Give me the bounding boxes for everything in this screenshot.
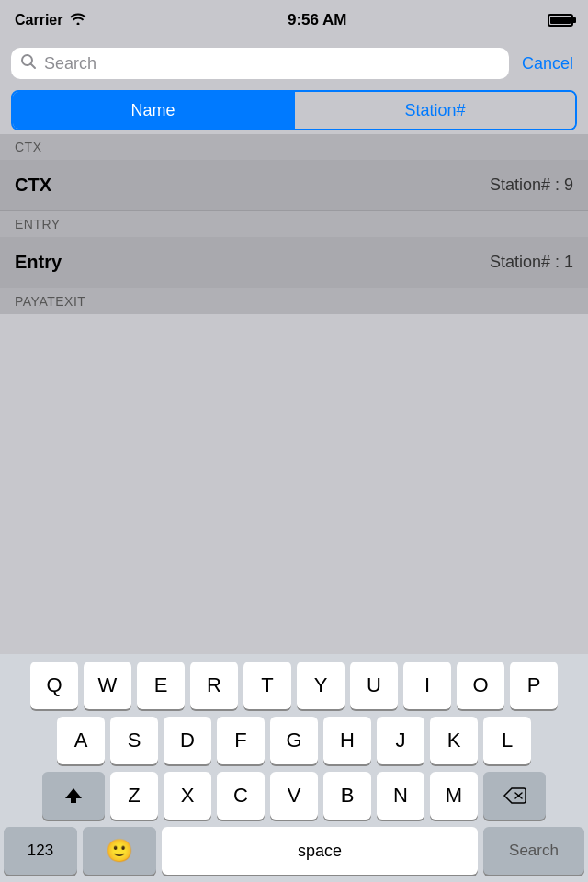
list-item-name-entry: Entry [15,252,62,273]
section-header-entry: ENTRY [0,211,588,237]
key-s[interactable]: S [110,717,158,764]
delete-key[interactable] [483,772,546,820]
key-i[interactable]: I [403,662,451,709]
key-t[interactable]: T [243,662,291,709]
key-g[interactable]: G [270,717,318,764]
cancel-button[interactable]: Cancel [518,54,577,74]
keyboard-row-3: Z X C V B N M [4,772,584,820]
key-o[interactable]: O [457,662,504,709]
keyboard: Q W E R T Y U I O P A S D F G H J K L Z … [0,654,588,882]
section-header-ctx: CTX [0,134,588,160]
key-q[interactable]: Q [30,662,78,709]
list-item-station-entry: Station# : 1 [490,253,573,272]
emoji-key[interactable]: 🙂 [83,827,156,875]
key-y[interactable]: Y [297,662,345,709]
key-d[interactable]: D [164,717,211,764]
keyboard-row-2: A S D F G H J K L [4,717,584,764]
wifi-icon [70,12,86,28]
search-icon [20,53,37,74]
key-h[interactable]: H [323,717,371,764]
segment-station-button[interactable]: Station# [295,92,575,129]
battery-area [548,14,573,27]
key-u[interactable]: U [350,662,398,709]
key-l[interactable]: L [483,717,531,764]
svg-marker-2 [65,788,82,803]
key-r[interactable]: R [190,662,238,709]
key-m[interactable]: M [430,772,478,820]
list-item[interactable]: CTX Station# : 9 [0,160,588,211]
list-item-name-ctx: CTX [15,175,51,196]
key-k[interactable]: K [430,717,478,764]
shift-key[interactable] [42,772,105,820]
space-key[interactable]: space [162,827,478,875]
key-c[interactable]: C [217,772,265,820]
keyboard-bottom-row: 123 🙂 space Search [4,827,584,875]
segment-name-button[interactable]: Name [13,92,293,129]
key-p[interactable]: P [510,662,558,709]
list-item-station-ctx: Station# : 9 [490,175,573,195]
carrier-label: Carrier [15,12,62,28]
search-bar: Cancel [0,40,588,86]
key-x[interactable]: X [164,772,211,820]
segment-control: Name Station# [11,90,577,130]
keyboard-row-1: Q W E R T Y U I O P [4,662,584,709]
battery-icon [548,14,573,27]
key-z[interactable]: Z [110,772,158,820]
search-key[interactable]: Search [483,827,584,875]
key-a[interactable]: A [57,717,105,764]
key-e[interactable]: E [137,662,185,709]
list-item[interactable]: Entry Station# : 1 [0,237,588,288]
key-j[interactable]: J [377,717,424,764]
key-b[interactable]: B [323,772,371,820]
section-header-payatexit: PAYATEXIT [0,288,588,314]
key-n[interactable]: N [377,772,424,820]
search-input-container[interactable] [11,48,509,79]
key-f[interactable]: F [217,717,265,764]
status-time: 9:56 AM [288,11,347,29]
status-bar: Carrier 9:56 AM [0,0,588,40]
svg-line-1 [31,64,36,69]
key-w[interactable]: W [84,662,131,709]
numbers-key[interactable]: 123 [4,827,77,875]
key-v[interactable]: V [270,772,318,820]
list-container: CTX CTX Station# : 9 ENTRY Entry Station… [0,134,588,314]
carrier-info: Carrier [15,12,86,28]
search-input[interactable] [44,54,500,74]
